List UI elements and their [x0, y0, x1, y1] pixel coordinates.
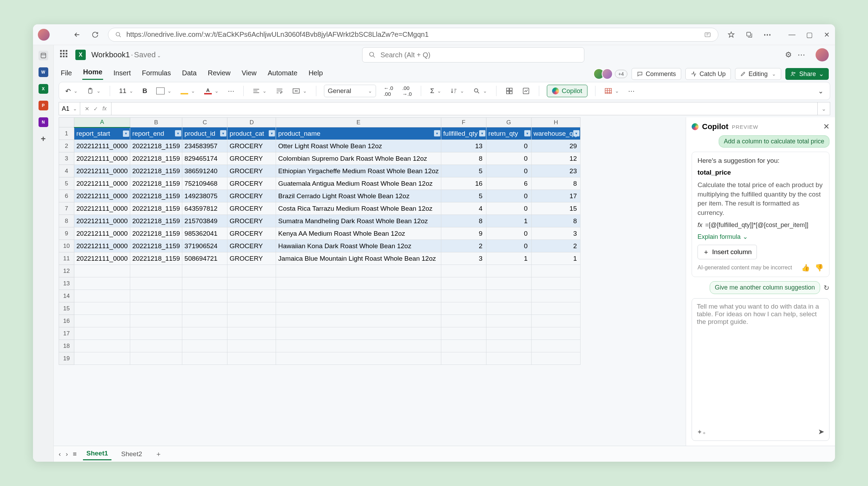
cell[interactable]: [486, 302, 531, 315]
cell[interactable]: 386591240: [182, 165, 227, 177]
cell[interactable]: [531, 315, 581, 327]
back-button[interactable]: [72, 30, 82, 40]
cell[interactable]: 8: [531, 215, 581, 227]
cell[interactable]: [227, 265, 276, 277]
cell[interactable]: 20221218_1159: [130, 152, 182, 165]
cell[interactable]: [531, 302, 581, 315]
cell[interactable]: [276, 290, 441, 302]
cell[interactable]: 8: [441, 152, 486, 165]
col-header-A[interactable]: A: [74, 118, 130, 127]
insert-column-button[interactable]: ＋ Insert column: [698, 245, 757, 259]
table-header-cell[interactable]: fullfilled_qty▾: [441, 127, 486, 140]
undo-button[interactable]: ↶⌄: [64, 86, 79, 97]
cell[interactable]: [227, 302, 276, 315]
cell[interactable]: 20221218_1159: [130, 165, 182, 177]
cell[interactable]: [531, 265, 581, 277]
cell[interactable]: 202212111_0000: [74, 177, 130, 190]
cell[interactable]: [486, 277, 531, 290]
cell[interactable]: Hawaiian Kona Dark Roast Whole Bean 12oz: [276, 240, 441, 252]
cell[interactable]: [441, 327, 486, 340]
cell[interactable]: [276, 302, 441, 315]
cell[interactable]: [130, 290, 182, 302]
filter-icon[interactable]: ▾: [479, 130, 485, 136]
table-header-cell[interactable]: warehouse_qty▾: [531, 127, 581, 140]
tab-automate[interactable]: Automate: [267, 66, 298, 80]
row-header[interactable]: 14: [59, 290, 74, 302]
cell[interactable]: [276, 315, 441, 327]
cell[interactable]: [486, 327, 531, 340]
cell[interactable]: [276, 352, 441, 365]
cell[interactable]: GROCERY: [227, 227, 276, 240]
cell[interactable]: [227, 277, 276, 290]
cell[interactable]: 16: [441, 177, 486, 190]
align-button[interactable]: ⌄: [251, 87, 268, 95]
settings-icon[interactable]: ⚙: [785, 50, 792, 59]
cell[interactable]: [74, 340, 130, 352]
cell[interactable]: [441, 277, 486, 290]
cell[interactable]: [441, 315, 486, 327]
rail-add-button[interactable]: +: [39, 134, 48, 144]
profile-avatar[interactable]: [38, 29, 50, 41]
cell[interactable]: [486, 315, 531, 327]
cell[interactable]: Jamaica Blue Mountain Light Roast Whole …: [276, 252, 441, 265]
all-sheets-icon[interactable]: ≡: [73, 450, 77, 458]
analyze-icon[interactable]: [521, 86, 531, 96]
cell[interactable]: 20221218_1159: [130, 190, 182, 202]
cell[interactable]: 202212111_0000: [74, 240, 130, 252]
cell[interactable]: 0: [486, 240, 531, 252]
cell[interactable]: 15: [531, 202, 581, 215]
autosum-button[interactable]: Σ⌄: [429, 86, 443, 96]
name-box[interactable]: A1⌄: [59, 102, 80, 115]
row-header[interactable]: 19: [59, 352, 74, 365]
table-header-cell[interactable]: return_qty▾: [486, 127, 531, 140]
app-launcher-icon[interactable]: [60, 50, 70, 60]
accept-fx-icon[interactable]: ✓: [93, 106, 98, 112]
row-header[interactable]: 1: [59, 127, 74, 140]
cell[interactable]: 0: [486, 140, 531, 152]
cell[interactable]: 12: [531, 152, 581, 165]
tab-home[interactable]: Home: [82, 65, 103, 80]
tab-view[interactable]: View: [241, 66, 257, 80]
thumbs-up-icon[interactable]: 👍: [801, 263, 810, 272]
filter-icon[interactable]: ▾: [269, 130, 275, 136]
cell[interactable]: [227, 340, 276, 352]
col-header-G[interactable]: G: [486, 118, 531, 127]
close-button[interactable]: ✕: [823, 31, 830, 39]
cell[interactable]: GROCERY: [227, 190, 276, 202]
minimize-button[interactable]: —: [788, 31, 795, 39]
cell[interactable]: [182, 327, 227, 340]
cell[interactable]: 13: [441, 140, 486, 152]
cell[interactable]: Ethiopian Yirgacheffe Medium Roast Whole…: [276, 165, 441, 177]
user-avatar[interactable]: [816, 48, 829, 61]
tab-insert[interactable]: Insert: [113, 66, 132, 80]
cell[interactable]: 20221218_1159: [130, 252, 182, 265]
cell[interactable]: Brazil Cerrado Light Roast Whole Bean 12…: [276, 190, 441, 202]
cell[interactable]: GROCERY: [227, 202, 276, 215]
cell[interactable]: [130, 277, 182, 290]
cell[interactable]: 202212111_0000: [74, 252, 130, 265]
cell[interactable]: [276, 340, 441, 352]
cell[interactable]: 9: [441, 227, 486, 240]
cell[interactable]: 4: [441, 202, 486, 215]
cell[interactable]: [227, 290, 276, 302]
close-icon[interactable]: ✕: [823, 122, 829, 131]
row-header[interactable]: 3: [59, 152, 74, 165]
row-header[interactable]: 18: [59, 340, 74, 352]
row-header[interactable]: 2: [59, 140, 74, 152]
cell[interactable]: GROCERY: [227, 177, 276, 190]
row-header[interactable]: 13: [59, 277, 74, 290]
sparkle-icon[interactable]: ✦₊: [697, 428, 706, 436]
cell[interactable]: 215703849: [182, 215, 227, 227]
refresh-button[interactable]: [90, 30, 100, 40]
more-icon[interactable]: ⋯: [798, 50, 805, 59]
cell[interactable]: 20221218_1159: [130, 240, 182, 252]
cell[interactable]: [486, 265, 531, 277]
col-header-C[interactable]: C: [182, 118, 227, 127]
cell[interactable]: [182, 352, 227, 365]
cell[interactable]: [130, 302, 182, 315]
prev-sheet-icon[interactable]: ‹: [59, 450, 61, 458]
cell[interactable]: [531, 290, 581, 302]
sort-button[interactable]: ⌄: [449, 86, 466, 96]
send-icon[interactable]: ➤: [818, 427, 824, 436]
cell[interactable]: 20221218_1159: [130, 202, 182, 215]
